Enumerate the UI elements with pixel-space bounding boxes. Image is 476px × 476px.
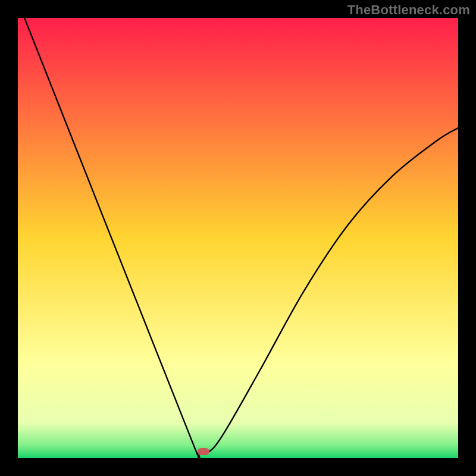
optimal-point-marker bbox=[198, 448, 209, 455]
watermark-text: TheBottleneck.com bbox=[347, 2, 470, 18]
chart-frame: TheBottleneck.com bbox=[0, 0, 476, 476]
plot-area bbox=[18, 18, 458, 458]
bottleneck-curve bbox=[18, 18, 458, 458]
